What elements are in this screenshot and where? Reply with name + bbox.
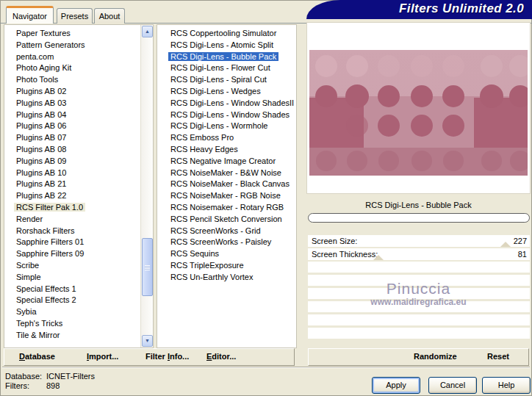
- empty-slider-row: [308, 288, 530, 299]
- filter-item[interactable]: RCS Coppertooling Simulator: [157, 28, 296, 40]
- bottom-divider: [2, 367, 530, 368]
- category-item[interactable]: Plugins AB 07: [4, 132, 153, 144]
- filter-item[interactable]: RCS Digi-Lens - Spiral Cut: [157, 74, 296, 86]
- category-item[interactable]: Plugins AB 08: [4, 144, 153, 156]
- scroll-down-icon[interactable]: ▼: [142, 335, 153, 347]
- help-button[interactable]: Help: [482, 377, 531, 394]
- reset-button[interactable]: Reset: [487, 352, 509, 361]
- filter-item[interactable]: RCS Digi-Lens - Window ShadesII: [157, 98, 296, 109]
- filter-item[interactable]: RCS NoiseMaker - RGB Noise: [157, 190, 296, 202]
- filter-item[interactable]: RCS Digi-Lens - Wedges: [157, 86, 296, 98]
- category-item[interactable]: Sapphire Filters 09: [4, 248, 153, 260]
- progress-bar: [308, 213, 530, 223]
- filter-info-button[interactable]: Filter Info...: [145, 352, 189, 361]
- empty-slider-row: [308, 301, 530, 312]
- filter-item[interactable]: RCS ScreenWorks - Paisley: [157, 237, 296, 248]
- category-item[interactable]: Special Effects 1: [4, 284, 153, 295]
- filter-item[interactable]: RCS Emboss Pro: [157, 132, 296, 144]
- filter-item[interactable]: RCS Digi-Lens - Flower Cut: [157, 62, 296, 74]
- apply-button[interactable]: Apply: [372, 377, 420, 394]
- empty-slider-row: [308, 328, 530, 339]
- scroll-up-icon[interactable]: ▲: [142, 26, 153, 37]
- category-item[interactable]: Plugins AB 22: [4, 190, 153, 202]
- category-item[interactable]: Pattern Generators: [4, 40, 153, 51]
- category-item[interactable]: Rorshack Filters: [4, 226, 153, 237]
- filters-unlimited-window: Filters Unlimited 2.0 Navigator Presets …: [0, 0, 532, 396]
- slider-label: Screen Size:: [312, 237, 357, 245]
- filter-item[interactable]: RCS TripleExposure: [157, 260, 296, 272]
- category-item[interactable]: Sapphire Filters 01: [4, 237, 153, 248]
- category-item[interactable]: Plugins AB 10: [4, 168, 153, 179]
- slider-value: 81: [518, 250, 527, 259]
- filter-item[interactable]: RCS Digi-Lens - Window Shades: [157, 109, 296, 121]
- slider-thumb-icon[interactable]: [500, 242, 511, 247]
- slider-label: Screen Thickness:: [312, 250, 378, 259]
- category-item[interactable]: Tile & Mirror: [4, 330, 153, 342]
- filters-count-value: 898: [46, 381, 60, 390]
- database-button[interactable]: Database: [19, 352, 55, 361]
- category-item[interactable]: Plugins AB 04: [4, 109, 153, 121]
- category-item[interactable]: Plugins AB 09: [4, 156, 153, 168]
- filter-item[interactable]: RCS Heavy Edges: [157, 144, 296, 156]
- right-toolbar: Randomize Reset: [308, 348, 529, 366]
- slider-value: 227: [514, 237, 527, 245]
- category-item[interactable]: Plugins AB 03: [4, 98, 153, 109]
- category-item[interactable]: Plugins AB 06: [4, 120, 153, 132]
- preview-panel: [306, 22, 531, 194]
- category-item[interactable]: Photo Aging Kit: [4, 62, 153, 74]
- empty-slider-row: [308, 275, 530, 286]
- import-button[interactable]: Import...: [87, 352, 118, 361]
- randomize-button[interactable]: Randomize: [414, 352, 457, 361]
- empty-slider-row: [308, 314, 530, 325]
- category-item[interactable]: Sybia: [4, 306, 153, 318]
- filter-item[interactable]: RCS NoiseMaker - Black Canvas: [157, 179, 296, 190]
- tab-navigator[interactable]: Navigator: [6, 6, 54, 24]
- category-item[interactable]: Simple: [4, 272, 153, 284]
- category-item[interactable]: RCS Filter Pak 1.0: [4, 202, 153, 214]
- filter-item[interactable]: RCS Pencil Sketch Conversion: [157, 214, 296, 226]
- selected-filter-label: RCS Digi-Lens - Bubble Pack: [306, 201, 531, 209]
- database-status-label: Database:: [5, 372, 42, 381]
- filter-item[interactable]: RCS Digi-Lens - Bubble Pack: [157, 51, 296, 63]
- tab-about[interactable]: About: [94, 8, 125, 24]
- filter-item[interactable]: RCS Noisemaker - Rotary RGB: [157, 202, 296, 214]
- slider-thumb-icon[interactable]: [373, 255, 384, 260]
- category-item[interactable]: Photo Tools: [4, 74, 153, 86]
- preview-image: [309, 50, 528, 176]
- category-item[interactable]: Teph's Tricks: [4, 318, 153, 330]
- database-status-value: ICNET-Filters: [46, 372, 95, 381]
- category-item[interactable]: Paper Textures: [4, 28, 153, 40]
- filters-count-label: Filters:: [5, 381, 29, 390]
- filter-item[interactable]: RCS Digi-Lens - Atomic Split: [157, 40, 296, 51]
- editor-button[interactable]: Editor...: [206, 352, 236, 361]
- category-item[interactable]: Scribe: [4, 260, 153, 272]
- category-scrollbar[interactable]: ▲ ▼: [140, 25, 153, 348]
- category-item[interactable]: Render: [4, 214, 153, 226]
- category-list[interactable]: Paper TexturesPattern Generatorspenta.co…: [4, 24, 154, 348]
- filter-item[interactable]: RCS Digi-Lens - Wormhole: [157, 120, 296, 132]
- category-item[interactable]: Plugins AB 21: [4, 179, 153, 190]
- category-item[interactable]: penta.com: [4, 51, 153, 63]
- cancel-button[interactable]: Cancel: [428, 377, 477, 394]
- filter-item[interactable]: RCS Negative Image Creator: [157, 156, 296, 168]
- filter-item[interactable]: RCS Un-Earthly Vortex: [157, 272, 296, 284]
- left-toolbar: Database Import... Filter Info... Editor…: [4, 348, 295, 366]
- app-title: Filters Unlimited 2.0: [399, 1, 524, 16]
- scrollbar-thumb[interactable]: [142, 238, 153, 296]
- screen-size-slider[interactable]: Screen Size: 227: [308, 235, 530, 247]
- filter-item[interactable]: RCS Sequins: [157, 248, 296, 260]
- filter-item[interactable]: RCS NoiseMaker - B&W Noise: [157, 168, 296, 179]
- title-banner: Filters Unlimited 2.0: [306, 0, 532, 19]
- category-item[interactable]: Special Effects 2: [4, 295, 153, 306]
- filter-item[interactable]: RCS ScreenWorks - Grid: [157, 226, 296, 237]
- screen-thickness-slider[interactable]: Screen Thickness: 81: [308, 248, 530, 260]
- empty-slider-row: [308, 262, 530, 273]
- tab-presets[interactable]: Presets: [57, 8, 93, 24]
- filter-list[interactable]: RCS Coppertooling SimulatorRCS Digi-Lens…: [157, 24, 297, 348]
- category-item[interactable]: Plugins AB 02: [4, 86, 153, 98]
